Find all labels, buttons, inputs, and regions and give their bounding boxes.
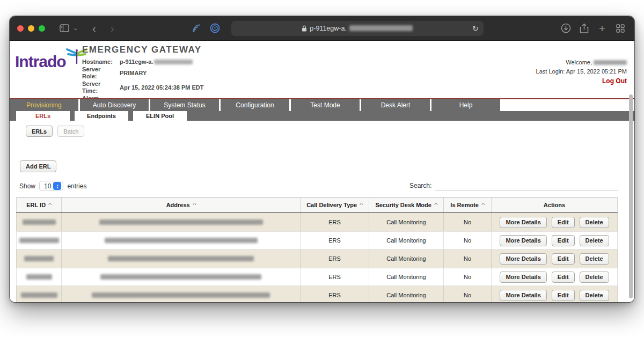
server-info-value: p-911egw-a. [120, 58, 193, 65]
row-delete-button[interactable]: Delete [580, 217, 609, 228]
server-info-label: Server Time: [82, 80, 112, 94]
search-label: Search: [409, 182, 431, 189]
redacted-value [154, 60, 193, 64]
subnav-tab-endpoints[interactable]: Endpoints [75, 111, 128, 121]
rss-icon[interactable] [191, 22, 203, 35]
column-header-is-remote[interactable]: Is Remote^ [444, 198, 492, 212]
download-icon[interactable] [559, 22, 572, 35]
row-more-details-button[interactable]: More Details [500, 217, 546, 228]
row-edit-button[interactable]: Edit [552, 217, 575, 228]
add-erl-button[interactable]: Add ERL [20, 160, 56, 172]
server-info-label: Server Role: [82, 66, 112, 80]
cell-actions: More DetailsEditDelete [492, 286, 618, 302]
traffic-lights [17, 25, 45, 32]
minimize-window-button[interactable] [28, 25, 34, 32]
search-input[interactable] [435, 181, 618, 191]
cell-erl-id [16, 268, 62, 285]
column-header-security-desk-mode[interactable]: Security Desk Mode^ [369, 198, 444, 212]
redacted-address [92, 292, 270, 298]
cell-address [62, 250, 301, 268]
cell-is-remote: No [444, 232, 492, 249]
entries-value: 10 [44, 182, 51, 190]
cell-call-delivery-type: ERS [301, 286, 369, 302]
sort-caret-icon[interactable]: ^ [48, 202, 52, 208]
table-row: ERSCall MonitoringNoMore DetailsEditDele… [16, 286, 618, 302]
search-group: Search: [409, 181, 618, 191]
close-window-button[interactable] [17, 25, 24, 32]
row-edit-button[interactable]: Edit [552, 272, 575, 283]
page-title: EMERGENCY GATEWAY [82, 45, 202, 55]
cell-erl-id [16, 232, 62, 249]
cell-security-desk-mode: Call Monitoring [369, 250, 444, 268]
entries-label: entries [67, 182, 86, 190]
row-more-details-button[interactable]: More Details [500, 290, 546, 301]
cell-call-delivery-type: ERS [301, 250, 369, 268]
row-edit-button[interactable]: Edit [552, 253, 575, 265]
table-body: ERSCall MonitoringNoMore DetailsEditDele… [16, 213, 618, 302]
row-delete-button[interactable]: Delete [580, 290, 609, 301]
row-more-details-button[interactable]: More Details [500, 235, 546, 246]
forward-icon: › [106, 22, 119, 35]
tab-overview-icon[interactable] [614, 22, 627, 35]
cell-security-desk-mode: Call Monitoring [369, 286, 444, 302]
nav-tab-test-mode[interactable]: Test Mode [291, 99, 360, 111]
reload-icon[interactable]: ↻ [472, 24, 479, 33]
sort-caret-icon[interactable]: ^ [360, 202, 363, 208]
nav-tab-help[interactable]: Help [431, 99, 500, 111]
row-delete-button[interactable]: Delete [580, 253, 609, 265]
row-delete-button[interactable]: Delete [580, 272, 609, 283]
new-tab-icon[interactable]: + [596, 22, 609, 35]
intrado-logo: Intrado [15, 53, 82, 71]
redacted-erl-id [21, 292, 57, 298]
sort-caret-icon[interactable]: ^ [193, 202, 196, 208]
column-header-address[interactable]: Address^ [62, 198, 301, 212]
app-header: Intrado EMERGENCY GATEWAY Hostname:p-911… [10, 41, 634, 98]
scrollbar-thumb[interactable] [629, 94, 633, 298]
batch-view-button[interactable]: Batch [57, 126, 84, 137]
redacted-erl-id [23, 219, 56, 225]
erls-view-button[interactable]: ERLs [26, 126, 53, 137]
share-icon[interactable] [577, 22, 590, 35]
nav-tab-desk-alert[interactable]: Desk Alert [361, 99, 430, 111]
sort-caret-icon[interactable]: ^ [481, 202, 485, 208]
cell-call-delivery-type: ERS [301, 213, 369, 231]
entries-per-page-select[interactable]: 10 ▲▼ [39, 181, 63, 191]
row-more-details-button[interactable]: More Details [500, 272, 546, 283]
server-info-value: Apr 15, 2022 05:24:38 PM EDT [120, 80, 204, 94]
show-label: Show [19, 182, 35, 190]
view-switch: ERLs Batch [26, 126, 84, 137]
subnav-tab-elin-pool[interactable]: ELIN Pool [133, 111, 187, 121]
last-login-text: Last Login: Apr 15, 2022 05:21 PM [536, 68, 627, 75]
logout-link[interactable]: Log Out [602, 77, 627, 85]
row-delete-button[interactable]: Delete [580, 235, 609, 246]
column-header-actions[interactable]: Actions [492, 198, 618, 212]
nav-tab-system-status[interactable]: System Status [150, 99, 219, 111]
subnav: ERLsEndpointsELIN Pool [16, 111, 187, 121]
row-edit-button[interactable]: Edit [552, 290, 575, 301]
back-icon[interactable]: ‹ [87, 22, 100, 35]
nav-tab-provisioning[interactable]: Provisioning [10, 99, 78, 111]
zoom-window-button[interactable] [39, 25, 45, 32]
column-header-erl-id[interactable]: ERL ID^ [16, 198, 62, 212]
logo-text: Intrado [15, 53, 66, 70]
sidebar-icon[interactable] [58, 22, 71, 35]
onepassword-icon[interactable] [209, 22, 222, 35]
server-info-row-server-role-: Server Role:PRIMARY [82, 66, 204, 80]
redacted-erl-id [26, 274, 52, 280]
row-more-details-button[interactable]: More Details [500, 253, 546, 265]
lock-icon [302, 25, 307, 32]
chevron-down-icon[interactable]: ⌄ [73, 25, 78, 32]
table-header-row: ERL ID^Address^Call Delivery Type^Securi… [16, 198, 618, 213]
subnav-tab-erls[interactable]: ERLs [16, 111, 70, 121]
column-header-call-delivery-type[interactable]: Call Delivery Type^ [301, 198, 369, 212]
redacted-address [100, 274, 261, 280]
url-bar[interactable]: p-911egw-a. ↻ [231, 21, 484, 36]
cell-erl-id [16, 286, 62, 302]
nav-tab-configuration[interactable]: Configuration [221, 99, 289, 111]
sort-caret-icon[interactable]: ^ [434, 202, 438, 208]
table-row: ERSCall MonitoringNoMore DetailsEditDele… [16, 268, 618, 286]
nav-tab-auto-discovery[interactable]: Auto Discovery [80, 99, 149, 111]
row-edit-button[interactable]: Edit [552, 235, 575, 246]
cell-actions: More DetailsEditDelete [492, 213, 618, 231]
user-block: Welcome, Last Login: Apr 15, 2022 05:21 … [536, 59, 627, 87]
